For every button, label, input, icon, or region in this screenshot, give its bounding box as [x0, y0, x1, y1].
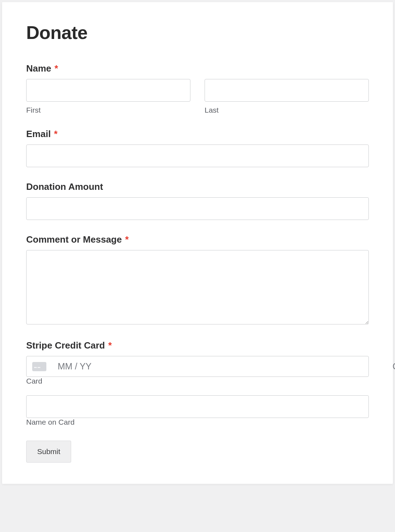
card-expiry-input[interactable]: [58, 361, 387, 372]
comment-label-text: Comment or Message: [26, 234, 122, 245]
field-stripe: Stripe Credit Card * Card Name on Card: [26, 340, 369, 426]
card-cvc-input[interactable]: [393, 361, 395, 372]
first-name-input[interactable]: [26, 79, 190, 102]
stripe-card-block: Card: [26, 356, 369, 385]
required-marker: *: [55, 63, 58, 74]
svg-rect-2: [38, 367, 40, 368]
last-name-col: Last: [205, 79, 369, 114]
submit-button[interactable]: Submit: [26, 441, 71, 463]
amount-input[interactable]: [26, 197, 369, 220]
stripe-label: Stripe Credit Card *: [26, 340, 369, 351]
svg-rect-0: [32, 362, 46, 371]
credit-card-icon: [32, 362, 46, 371]
submit-row: Submit: [26, 441, 369, 463]
field-name: Name * First Last: [26, 63, 369, 114]
last-name-input[interactable]: [205, 79, 369, 102]
name-on-card-input[interactable]: [26, 395, 369, 418]
required-marker: *: [108, 340, 112, 351]
field-amount: Donation Amount: [26, 181, 369, 220]
name-label-text: Name: [26, 63, 51, 74]
last-name-sublabel: Last: [205, 106, 369, 114]
name-on-card-block: Name on Card: [26, 395, 369, 426]
comment-label: Comment or Message *: [26, 234, 369, 245]
first-name-col: First: [26, 79, 190, 114]
name-on-card-sublabel: Name on Card: [26, 418, 75, 426]
name-label: Name *: [26, 63, 369, 74]
field-comment: Comment or Message *: [26, 234, 369, 326]
svg-rect-1: [34, 367, 37, 368]
email-label-text: Email: [26, 129, 51, 139]
page-title: Donate: [26, 22, 369, 43]
name-two-col: First Last: [26, 79, 369, 114]
email-label: Email *: [26, 129, 369, 140]
first-name-sublabel: First: [26, 106, 190, 114]
comment-textarea[interactable]: [26, 250, 369, 324]
required-marker: *: [125, 234, 128, 245]
required-marker: *: [54, 129, 58, 139]
amount-label-text: Donation Amount: [26, 181, 103, 192]
stripe-label-text: Stripe Credit Card: [26, 340, 105, 351]
stripe-card-row: [26, 356, 369, 377]
amount-label: Donation Amount: [26, 181, 369, 192]
email-input[interactable]: [26, 145, 369, 167]
field-email: Email *: [26, 129, 369, 167]
card-sublabel: Card: [26, 377, 42, 385]
donate-form-card: Donate Name * First Last Email * Donatio…: [2, 2, 393, 484]
